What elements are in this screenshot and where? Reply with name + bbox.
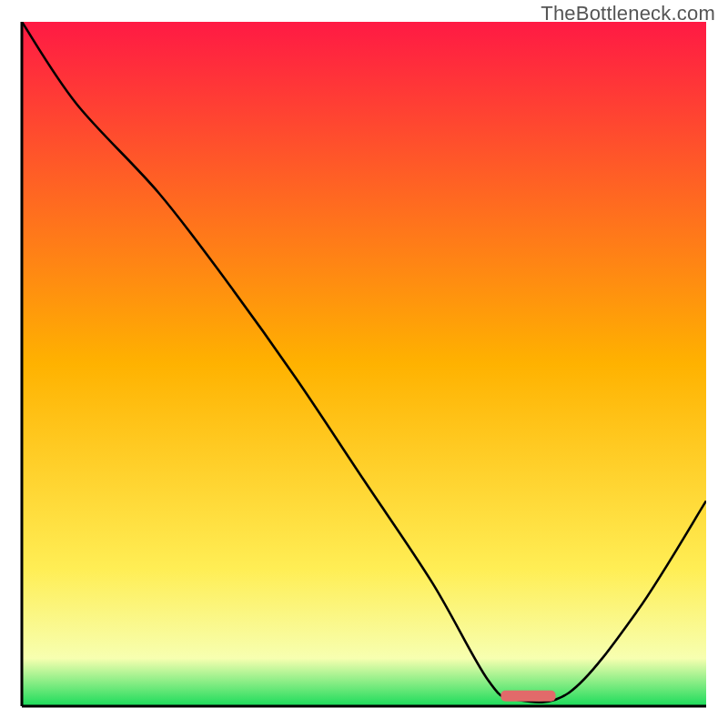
gradient-background [22,22,706,706]
optimal-marker [500,691,555,702]
bottleneck-chart [0,0,728,728]
chart-container: TheBottleneck.com [0,0,728,728]
